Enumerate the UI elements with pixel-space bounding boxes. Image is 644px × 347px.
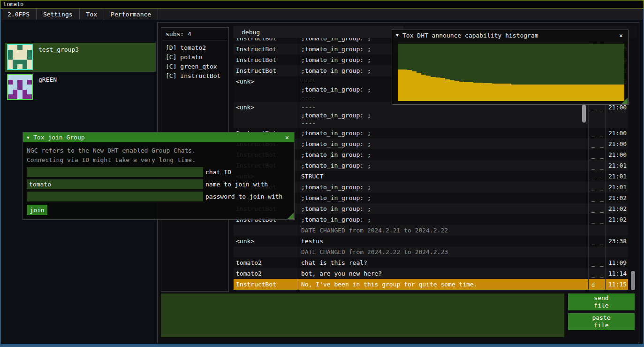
histogram-bar bbox=[596, 85, 601, 101]
group-avatar bbox=[7, 44, 33, 70]
time-cell: 21:00 bbox=[605, 102, 628, 128]
histogram-titlebar[interactable]: ▼ Tox DHT announce capability histogram … bbox=[392, 30, 628, 40]
histogram-bar bbox=[464, 82, 469, 101]
group-item-green[interactable]: gREEN bbox=[5, 73, 156, 102]
chat-message-row[interactable]: <unk>---- ;tomato_in_group: ; ----_ _21:… bbox=[234, 102, 628, 128]
join-group-window[interactable]: ▼ Tox join Group ✕ NGC refers to the New… bbox=[23, 132, 295, 220]
member-item-tomato2[interactable]: [D] tomato2 bbox=[166, 43, 227, 53]
flags-cell: _ _ bbox=[588, 268, 605, 279]
paste-file-button[interactable]: paste file bbox=[568, 313, 635, 330]
os-titlebar[interactable]: tomato bbox=[0, 0, 644, 8]
flags-cell: _ _ bbox=[588, 257, 605, 268]
chat-message-row[interactable]: <unk>testus_ _23:38 bbox=[234, 236, 628, 247]
window-edge-left bbox=[0, 8, 1, 344]
message-cell: ;tomato_in_group: ; bbox=[298, 193, 588, 203]
resize-grip-icon[interactable] bbox=[621, 98, 628, 104]
join-password-label: password to join with bbox=[205, 193, 282, 200]
histogram-plot bbox=[398, 44, 624, 101]
message-input[interactable] bbox=[161, 293, 564, 337]
avatar-pixel bbox=[27, 64, 32, 69]
avatar-pixel bbox=[23, 80, 27, 85]
histogram-window[interactable]: ▼ Tox DHT announce capability histogram … bbox=[392, 30, 629, 105]
histogram-bar bbox=[601, 85, 606, 101]
chat-message-row[interactable]: tomato2bot, are you new here?_ _11:14 bbox=[234, 268, 628, 279]
chat-date-row[interactable]: DATE CHANGED from 2024.2.21 to 2024.2.22 bbox=[234, 225, 628, 236]
chat-date-row[interactable]: DATE CHANGED from 2024.2.22 to 2024.2.23 bbox=[234, 247, 628, 257]
flags-cell: _ _ bbox=[588, 214, 605, 225]
time-cell: 23:38 bbox=[605, 236, 628, 247]
send-file-button[interactable]: send file bbox=[568, 293, 635, 310]
member-item-green_qtox[interactable]: [C] green_qtox bbox=[166, 62, 227, 71]
message-cell: ;tomato_in_group: ; bbox=[298, 128, 588, 139]
name-cell bbox=[234, 225, 298, 236]
name-cell: <unk> bbox=[234, 76, 298, 102]
avatar-pixel bbox=[27, 90, 32, 94]
avatar-pixel bbox=[17, 94, 22, 99]
chat-message-row[interactable]: InstructBotNo, I've been in this group f… bbox=[234, 279, 628, 290]
member-item-instructbot[interactable]: [C] InstructBot bbox=[166, 71, 227, 81]
group-name: gREEN bbox=[38, 76, 57, 83]
name-cell: InstructBot bbox=[234, 279, 298, 290]
name-cell: <unk> bbox=[234, 236, 298, 247]
name-cell: <unk> bbox=[234, 102, 298, 128]
histogram-bar bbox=[558, 85, 563, 101]
avatar-pixel bbox=[8, 85, 13, 89]
join-button[interactable]: join bbox=[27, 205, 47, 215]
histogram-bar bbox=[402, 69, 407, 101]
join-group-titlebar[interactable]: ▼ Tox join Group ✕ bbox=[23, 132, 294, 142]
histogram-bar bbox=[553, 85, 558, 101]
scrollbar-thumb-chat[interactable] bbox=[631, 271, 635, 290]
message-cell: ---- ;tomato_in_group: ; ---- bbox=[298, 102, 588, 128]
join-name-input[interactable] bbox=[27, 179, 203, 189]
avatar-pixel bbox=[27, 94, 32, 99]
chat-message-row[interactable]: tomato2chat is this real?_ _11:09 bbox=[234, 257, 628, 268]
close-icon[interactable]: ✕ bbox=[283, 134, 291, 141]
group-item-test_group3[interactable]: test_group3 bbox=[5, 43, 156, 72]
menu-item-tox[interactable]: Tox bbox=[80, 9, 104, 20]
histogram-bar bbox=[483, 83, 487, 101]
flags-cell bbox=[588, 225, 605, 236]
flags-cell: _ _ bbox=[588, 102, 605, 128]
join-group-body: NGC refers to the New DHT enabled Group … bbox=[23, 142, 294, 215]
flags-cell: _ _ bbox=[588, 160, 605, 171]
avatar-pixel bbox=[17, 60, 22, 64]
close-icon[interactable]: ✕ bbox=[617, 32, 625, 39]
avatar-pixel bbox=[27, 54, 32, 59]
message-cell: chat is this real? bbox=[298, 257, 588, 268]
member-item-potato[interactable]: [C] potato bbox=[166, 53, 227, 62]
histogram-bar bbox=[497, 84, 501, 101]
menu-item-performance[interactable]: Performance bbox=[104, 9, 158, 20]
chat-id-input[interactable] bbox=[27, 167, 203, 177]
avatar-pixel bbox=[23, 85, 27, 89]
histogram-bar bbox=[426, 76, 431, 101]
flags-cell: _ _ bbox=[588, 203, 605, 214]
histogram-bar bbox=[473, 83, 478, 101]
tab-debug[interactable]: debug bbox=[234, 26, 403, 38]
menu-item-settings[interactable]: Settings bbox=[37, 9, 80, 20]
collapse-icon[interactable]: ▼ bbox=[23, 135, 33, 140]
histogram-bar bbox=[582, 85, 586, 101]
histogram-bar bbox=[511, 85, 516, 101]
histogram-bar bbox=[587, 85, 591, 101]
histogram-bar bbox=[568, 85, 572, 101]
avatar-pixel bbox=[13, 45, 17, 50]
avatar-pixel bbox=[23, 94, 27, 99]
window-edge-bottom bbox=[0, 344, 644, 347]
avatar-pixel bbox=[23, 54, 27, 59]
histogram-bar bbox=[539, 85, 544, 101]
histogram-bar bbox=[417, 73, 421, 101]
avatar-pixel bbox=[27, 80, 32, 85]
histogram-bar bbox=[549, 85, 553, 101]
avatar-pixel bbox=[27, 60, 32, 64]
resize-grip-icon[interactable] bbox=[288, 213, 294, 219]
time-cell: 21:02 bbox=[605, 203, 628, 214]
flags-cell: _ _ bbox=[588, 139, 605, 149]
join-password-input[interactable] bbox=[27, 192, 203, 201]
collapse-icon[interactable]: ▼ bbox=[392, 33, 402, 38]
scrollbar-thumb-messages[interactable] bbox=[582, 105, 586, 123]
avatar-pixel bbox=[8, 64, 13, 69]
name-cell: InstructBot bbox=[234, 44, 298, 54]
histogram-bar bbox=[615, 85, 620, 101]
avatar-pixel bbox=[13, 60, 17, 64]
message-cell: STRUCT bbox=[298, 171, 588, 182]
